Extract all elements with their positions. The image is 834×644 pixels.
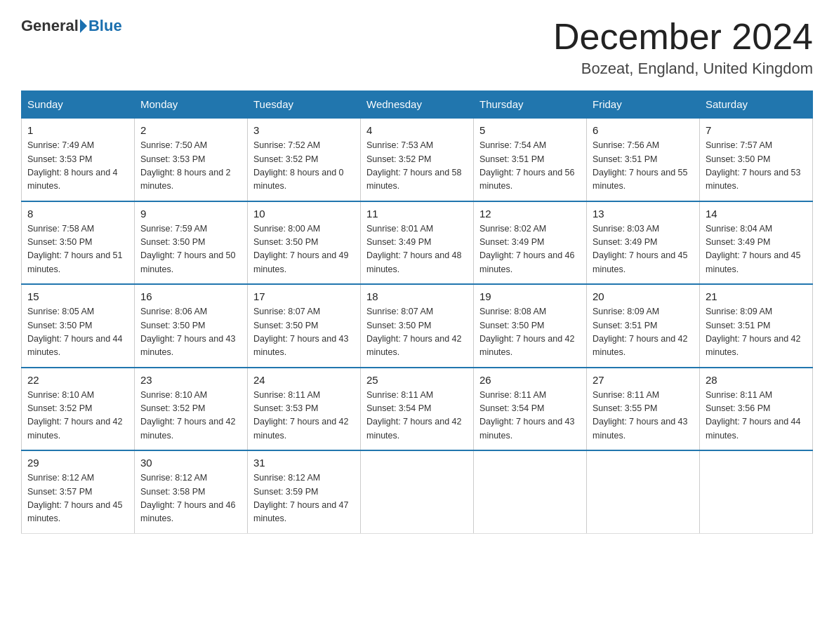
day-number: 5 xyxy=(479,124,581,136)
calendar-cell: 22Sunrise: 8:10 AMSunset: 3:52 PMDayligh… xyxy=(22,368,135,451)
calendar-cell: 3Sunrise: 7:52 AMSunset: 3:52 PMDaylight… xyxy=(248,118,361,201)
day-info: Sunrise: 8:10 AMSunset: 3:52 PMDaylight:… xyxy=(27,389,128,443)
day-number: 29 xyxy=(27,457,128,469)
day-info: Sunrise: 8:09 AMSunset: 3:51 PMDaylight:… xyxy=(593,305,694,360)
calendar-cell xyxy=(700,450,813,533)
calendar-cell: 16Sunrise: 8:06 AMSunset: 3:50 PMDayligh… xyxy=(135,284,248,368)
day-number: 13 xyxy=(593,208,694,220)
week-row-5: 29Sunrise: 8:12 AMSunset: 3:57 PMDayligh… xyxy=(22,450,813,533)
calendar-cell xyxy=(361,450,474,533)
column-header-tuesday: Tuesday xyxy=(248,91,361,119)
week-row-1: 1Sunrise: 7:49 AMSunset: 3:53 PMDaylight… xyxy=(22,118,813,201)
day-number: 20 xyxy=(593,290,694,302)
day-info: Sunrise: 7:57 AMSunset: 3:50 PMDaylight:… xyxy=(706,139,807,194)
calendar-cell xyxy=(587,450,700,533)
day-number: 21 xyxy=(706,290,807,302)
day-info: Sunrise: 7:58 AMSunset: 3:50 PMDaylight:… xyxy=(27,222,128,277)
column-header-friday: Friday xyxy=(587,91,700,119)
calendar-cell: 27Sunrise: 8:11 AMSunset: 3:55 PMDayligh… xyxy=(587,368,700,451)
day-info: Sunrise: 8:08 AMSunset: 3:50 PMDaylight:… xyxy=(479,305,581,360)
day-info: Sunrise: 8:00 AMSunset: 3:50 PMDaylight:… xyxy=(253,222,355,277)
day-number: 16 xyxy=(140,290,241,302)
day-info: Sunrise: 8:04 AMSunset: 3:49 PMDaylight:… xyxy=(706,222,807,277)
calendar-cell: 25Sunrise: 8:11 AMSunset: 3:54 PMDayligh… xyxy=(361,368,474,451)
day-number: 6 xyxy=(593,124,694,136)
calendar-cell: 6Sunrise: 7:56 AMSunset: 3:51 PMDaylight… xyxy=(587,118,700,201)
day-info: Sunrise: 8:10 AMSunset: 3:52 PMDaylight:… xyxy=(140,389,241,443)
day-info: Sunrise: 8:11 AMSunset: 3:56 PMDaylight:… xyxy=(706,389,807,443)
day-info: Sunrise: 8:12 AMSunset: 3:58 PMDaylight:… xyxy=(140,471,241,526)
calendar-cell: 11Sunrise: 8:01 AMSunset: 3:49 PMDayligh… xyxy=(361,201,474,285)
day-info: Sunrise: 8:06 AMSunset: 3:50 PMDaylight:… xyxy=(140,305,241,360)
week-row-4: 22Sunrise: 8:10 AMSunset: 3:52 PMDayligh… xyxy=(22,368,813,451)
day-number: 7 xyxy=(706,124,807,136)
logo: General Blue xyxy=(21,17,122,35)
logo-general-text: General xyxy=(21,17,79,35)
calendar-cell: 28Sunrise: 8:11 AMSunset: 3:56 PMDayligh… xyxy=(700,368,813,451)
day-info: Sunrise: 7:53 AMSunset: 3:52 PMDaylight:… xyxy=(366,139,468,194)
calendar-cell: 23Sunrise: 8:10 AMSunset: 3:52 PMDayligh… xyxy=(135,368,248,451)
day-number: 3 xyxy=(253,124,355,136)
day-info: Sunrise: 8:01 AMSunset: 3:49 PMDaylight:… xyxy=(366,222,468,277)
calendar-cell: 9Sunrise: 7:59 AMSunset: 3:50 PMDaylight… xyxy=(135,201,248,285)
day-info: Sunrise: 8:11 AMSunset: 3:55 PMDaylight:… xyxy=(593,389,694,443)
calendar-cell: 10Sunrise: 8:00 AMSunset: 3:50 PMDayligh… xyxy=(248,201,361,285)
logo-blue-text: Blue xyxy=(88,17,122,35)
calendar-cell: 24Sunrise: 8:11 AMSunset: 3:53 PMDayligh… xyxy=(248,368,361,451)
calendar-cell: 12Sunrise: 8:02 AMSunset: 3:49 PMDayligh… xyxy=(474,201,587,285)
day-info: Sunrise: 8:11 AMSunset: 3:54 PMDaylight:… xyxy=(479,389,581,443)
day-number: 17 xyxy=(253,290,355,302)
day-info: Sunrise: 7:49 AMSunset: 3:53 PMDaylight:… xyxy=(27,139,128,194)
day-info: Sunrise: 8:12 AMSunset: 3:59 PMDaylight:… xyxy=(253,471,355,526)
calendar-cell: 2Sunrise: 7:50 AMSunset: 3:53 PMDaylight… xyxy=(135,118,248,201)
day-info: Sunrise: 8:09 AMSunset: 3:51 PMDaylight:… xyxy=(706,305,807,360)
day-number: 8 xyxy=(27,208,128,220)
calendar-cell: 21Sunrise: 8:09 AMSunset: 3:51 PMDayligh… xyxy=(700,284,813,368)
day-info: Sunrise: 8:11 AMSunset: 3:53 PMDaylight:… xyxy=(253,389,355,443)
day-number: 4 xyxy=(366,124,468,136)
calendar-cell: 20Sunrise: 8:09 AMSunset: 3:51 PMDayligh… xyxy=(587,284,700,368)
logo-arrow-icon xyxy=(80,19,87,33)
day-info: Sunrise: 7:54 AMSunset: 3:51 PMDaylight:… xyxy=(479,139,581,194)
calendar-cell: 7Sunrise: 7:57 AMSunset: 3:50 PMDaylight… xyxy=(700,118,813,201)
day-number: 28 xyxy=(706,374,807,386)
day-info: Sunrise: 8:05 AMSunset: 3:50 PMDaylight:… xyxy=(27,305,128,360)
month-title: December 2024 xyxy=(553,17,813,57)
page-header: General Blue December 2024 Bozeat, Engla… xyxy=(21,17,813,78)
calendar-cell: 15Sunrise: 8:05 AMSunset: 3:50 PMDayligh… xyxy=(22,284,135,368)
day-number: 14 xyxy=(706,208,807,220)
day-info: Sunrise: 8:11 AMSunset: 3:54 PMDaylight:… xyxy=(366,389,468,443)
column-header-wednesday: Wednesday xyxy=(361,91,474,119)
week-row-2: 8Sunrise: 7:58 AMSunset: 3:50 PMDaylight… xyxy=(22,201,813,285)
calendar-cell: 18Sunrise: 8:07 AMSunset: 3:50 PMDayligh… xyxy=(361,284,474,368)
day-number: 22 xyxy=(27,374,128,386)
day-number: 30 xyxy=(140,457,241,469)
calendar-cell: 26Sunrise: 8:11 AMSunset: 3:54 PMDayligh… xyxy=(474,368,587,451)
calendar-cell: 19Sunrise: 8:08 AMSunset: 3:50 PMDayligh… xyxy=(474,284,587,368)
day-number: 1 xyxy=(27,124,128,136)
day-number: 18 xyxy=(366,290,468,302)
calendar-cell: 30Sunrise: 8:12 AMSunset: 3:58 PMDayligh… xyxy=(135,450,248,533)
day-info: Sunrise: 8:02 AMSunset: 3:49 PMDaylight:… xyxy=(479,222,581,277)
day-info: Sunrise: 7:50 AMSunset: 3:53 PMDaylight:… xyxy=(140,139,241,194)
calendar-cell: 14Sunrise: 8:04 AMSunset: 3:49 PMDayligh… xyxy=(700,201,813,285)
column-header-thursday: Thursday xyxy=(474,91,587,119)
calendar-cell: 17Sunrise: 8:07 AMSunset: 3:50 PMDayligh… xyxy=(248,284,361,368)
day-number: 24 xyxy=(253,374,355,386)
day-number: 11 xyxy=(366,208,468,220)
day-number: 9 xyxy=(140,208,241,220)
calendar-header-row: SundayMondayTuesdayWednesdayThursdayFrid… xyxy=(22,91,813,119)
day-info: Sunrise: 8:07 AMSunset: 3:50 PMDaylight:… xyxy=(253,305,355,360)
column-header-sunday: Sunday xyxy=(22,91,135,119)
column-header-saturday: Saturday xyxy=(700,91,813,119)
day-info: Sunrise: 8:07 AMSunset: 3:50 PMDaylight:… xyxy=(366,305,468,360)
calendar-cell xyxy=(474,450,587,533)
day-number: 27 xyxy=(593,374,694,386)
day-info: Sunrise: 7:59 AMSunset: 3:50 PMDaylight:… xyxy=(140,222,241,277)
day-number: 15 xyxy=(27,290,128,302)
day-number: 31 xyxy=(253,457,355,469)
calendar-cell: 13Sunrise: 8:03 AMSunset: 3:49 PMDayligh… xyxy=(587,201,700,285)
day-info: Sunrise: 8:03 AMSunset: 3:49 PMDaylight:… xyxy=(593,222,694,277)
day-number: 10 xyxy=(253,208,355,220)
day-number: 23 xyxy=(140,374,241,386)
